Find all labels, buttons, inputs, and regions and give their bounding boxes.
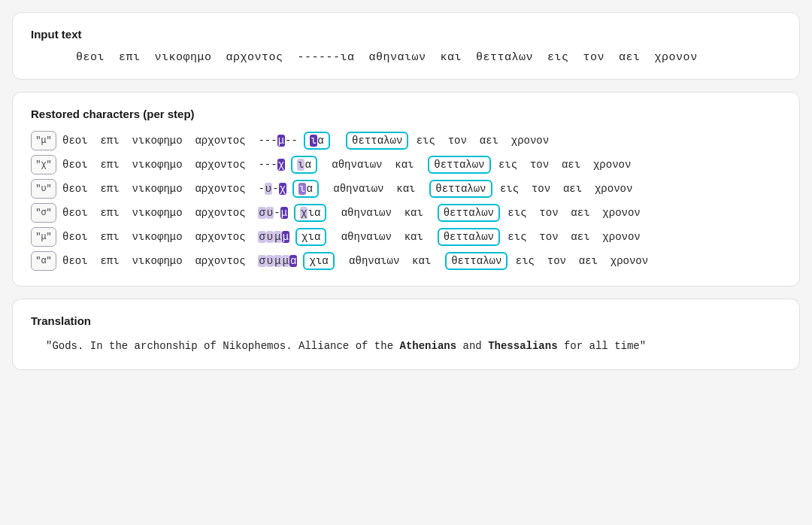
prefix-text: θεοι επι νικοφημο αρχοντος ---μ-- [62, 135, 298, 147]
table-row: "χ" θεοι επι νικοφημο αρχοντος ---χια αθ… [31, 155, 781, 174]
translation-card: Translation "Gods. In the archonship of … [12, 299, 800, 370]
bold-athenians: Athenians [399, 340, 456, 352]
suffix-text: αθηναιων και θετταλων εις τον αει χρονον [327, 183, 632, 195]
char-badge-alpha: "α" [31, 251, 56, 271]
suffix-text: αθηναιων και θετταλων εις τον αει χρονον [343, 255, 648, 267]
prefix-text: θεοι επι νικοφημο αρχοντος -υ-χ [62, 183, 286, 195]
char-badge-mu2: "μ" [31, 227, 56, 247]
prefix-text: θεοι επι νικοφημο αρχοντος ---χ [62, 159, 285, 171]
table-row: "υ" θεοι επι νικοφημο αρχοντος -υ-χια αθ… [31, 179, 781, 199]
row-content-4: θεοι επι νικοφημο αρχοντος συ-μχια αθηνα… [62, 204, 781, 222]
suffix-text: αθηναιων και θετταλων εις τον αει χρονον [335, 207, 640, 219]
highlighted-word-1: ια [304, 132, 330, 150]
translation-text: "Gods. In the archonship of Nikophemos. … [31, 338, 781, 354]
highlighted-word-thettalon-5: θετταλων [438, 228, 500, 246]
suffix-text: αθηναιων και θετταλων εις τον αει χρονον [335, 231, 640, 243]
suffix-text: αθηναιων και θετταλων εις τον αει χρονον [326, 159, 631, 171]
restored-chars-card: Restored characters (per step) "μ" θεοι … [12, 92, 800, 287]
highlighted-word-thettalon-4: θετταλων [438, 204, 500, 222]
char-badge-chi: "χ" [31, 155, 56, 174]
prefix-text: θεοι επι νικοφημο αρχοντος συμμ [62, 231, 289, 243]
input-text-content: θεοι επι νικοφημο αρχοντος ------ια αθην… [31, 51, 781, 64]
highlighted-word-thettalon-6: θετταλων [445, 252, 508, 270]
prefix-text: θεοι επι νικοφημο αρχοντος συμμα [62, 255, 297, 267]
table-row: "σ" θεοι επι νικοφημο αρχοντος συ-μχια α… [31, 203, 781, 223]
row-content-1: θεοι επι νικοφημο αρχοντος ---μ--ια θεττ… [62, 132, 781, 150]
row-content-6: θεοι επι νικοφημο αρχοντος συμμαχια αθην… [62, 252, 781, 270]
translation-title: Translation [31, 314, 781, 327]
input-text-title: Input text [31, 28, 781, 41]
highlighted-word-thettalon-1: θετταλων [346, 132, 408, 150]
highlighted-word-4: χια [294, 204, 326, 222]
row-content-5: θεοι επι νικοφημο αρχοντος συμμχια αθηνα… [62, 228, 781, 246]
row-content-3: θεοι επι νικοφημο αρχοντος -υ-χια αθηναι… [62, 180, 781, 198]
restored-chars-title: Restored characters (per step) [31, 108, 781, 120]
bold-thessalians: Thessalians [488, 340, 557, 352]
highlighted-word-2: ια [291, 156, 317, 174]
char-badge-mu1: "μ" [31, 131, 56, 150]
highlighted-word-thettalon-3: θετταλων [429, 180, 492, 198]
prefix-text: θεοι επι νικοφημο αρχοντος συ-μ [62, 207, 288, 219]
row-content-2: θεοι επι νικοφημο αρχοντος ---χια αθηναι… [62, 156, 781, 174]
table-row: "α" θεοι επι νικοφημο αρχοντος συμμαχια … [31, 251, 781, 271]
highlighted-word-3: ια [292, 180, 319, 198]
highlighted-word-thettalon-2: θετταλων [428, 156, 490, 174]
highlighted-word-6: χια [303, 252, 334, 270]
input-text-card: Input text θεοι επι νικοφημο αρχοντος --… [12, 12, 800, 80]
char-badge-sigma: "σ" [31, 203, 56, 223]
highlighted-word-5: χια [295, 228, 326, 246]
suffix-text: θετταλων εις τον αει χρονον [338, 135, 549, 147]
table-row: "μ" θεοι επι νικοφημο αρχοντος συμμχια α… [31, 227, 781, 247]
char-badge-upsilon: "υ" [31, 179, 56, 199]
table-row: "μ" θεοι επι νικοφημο αρχοντος ---μ--ια … [31, 131, 781, 150]
restored-rows-container: "μ" θεοι επι νικοφημο αρχοντος ---μ--ια … [31, 131, 781, 271]
